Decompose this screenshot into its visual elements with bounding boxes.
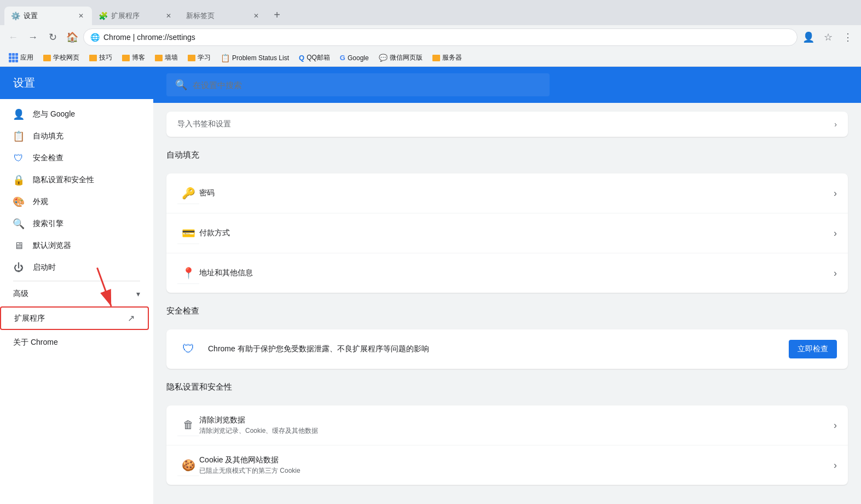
autofill-section: 自动填充 🔑 密码 › 💳 付款方式 <box>166 146 848 293</box>
bookmark-psl[interactable]: 📋 Problem Status List <box>216 53 293 63</box>
payment-chevron: › <box>834 228 837 239</box>
autofill-title: 自动填充 <box>166 146 848 165</box>
note-icon: 📋 <box>13 131 24 142</box>
newtab-tab-close[interactable]: ✕ <box>252 11 261 20</box>
sidebar-item-google[interactable]: 👤 您与 Google <box>0 103 147 125</box>
extensions-tab-close[interactable]: ✕ <box>164 11 173 20</box>
settings-tab-label: 设置 <box>24 11 38 21</box>
password-chevron: › <box>834 188 837 199</box>
bookmark-blog[interactable]: 博客 <box>118 52 149 63</box>
tab-extensions[interactable]: 🧩 扩展程序 ✕ <box>92 7 180 25</box>
search-icon: 🔍 <box>13 218 24 229</box>
search-input[interactable] <box>193 80 541 90</box>
folder-icon <box>155 55 163 61</box>
content-area: 导入书签和设置 › 自动填充 🔑 密码 › <box>153 112 861 504</box>
tab-newtab[interactable]: 新标签页 ✕ <box>180 7 267 25</box>
privacy-title: 隐私设置和安全性 <box>166 378 848 397</box>
sidebar-about-label: 关于 Chrome <box>13 338 58 347</box>
newtab-tab-label: 新标签页 <box>186 11 215 21</box>
bookmark-qq[interactable]: Q QQ邮箱 <box>294 52 334 63</box>
bookmark-study[interactable]: 学习 <box>183 52 215 63</box>
sidebar-browser-label: 默认浏览器 <box>33 241 71 251</box>
sidebar-item-about[interactable]: 关于 Chrome <box>0 332 147 353</box>
card-item-payment[interactable]: 💳 付款方式 › <box>166 213 848 253</box>
safety-card: 🛡 Chrome 有助于保护您免受数据泄露、不良扩展程序等问题的影响 立即检查 <box>166 329 848 369</box>
sidebar-autofill-label: 自动填充 <box>33 131 63 141</box>
trash-icon: 🗑 <box>177 414 199 436</box>
sidebar-item-privacy[interactable]: 🔒 隐私设置和安全性 <box>0 169 147 191</box>
address-favicon: 🌐 <box>90 33 99 42</box>
settings-tab-close[interactable]: ✕ <box>77 11 85 20</box>
folder-icon <box>122 55 130 61</box>
check-now-button[interactable]: 立即检查 <box>789 340 837 358</box>
tab-bar: ⚙️ 设置 ✕ 🧩 扩展程序 ✕ 新标签页 ✕ + <box>0 0 861 25</box>
sidebar-search-label: 搜索引擎 <box>33 219 63 229</box>
sidebar-item-appearance[interactable]: 🎨 外观 <box>0 191 147 213</box>
bookmark-wall-label: 墙墙 <box>165 53 178 62</box>
cookie-icon: 🍪 <box>177 454 199 476</box>
bookmark-server-label: 服务器 <box>442 53 462 62</box>
reload-button[interactable]: ↻ <box>44 28 61 46</box>
clear-data-label: 清除浏览数据 <box>199 415 834 425</box>
sidebar-item-autofill[interactable]: 📋 自动填充 <box>0 125 147 147</box>
address-bar[interactable]: 🌐 Chrome | chrome://settings <box>83 28 798 46</box>
clear-data-subtitle: 清除浏览记录、Cookie、缓存及其他数据 <box>199 426 834 436</box>
sidebar-advanced[interactable]: 高级 ▾ <box>0 283 153 304</box>
sidebar-item-extensions[interactable]: 扩展程序 ↗ <box>0 306 149 330</box>
apps-grid-icon <box>9 53 18 62</box>
cookie-label: Cookie 及其他网站数据 <box>199 455 834 465</box>
card-item-cookie[interactable]: 🍪 Cookie 及其他网站数据 已阻止无痕模式下的第三方 Cookie › <box>166 445 848 485</box>
folder-icon <box>432 55 440 61</box>
sidebar-item-startup[interactable]: ⏻ 启动时 <box>0 257 147 279</box>
sidebar-advanced-label: 高级 <box>13 289 28 299</box>
bookmark-server[interactable]: 服务器 <box>428 52 466 63</box>
clear-data-chevron: › <box>834 420 837 431</box>
address-label: 地址和其他信息 <box>199 268 834 278</box>
payment-text: 付款方式 <box>199 228 834 238</box>
sidebar-title: 设置 <box>13 77 35 89</box>
sidebar-privacy-label: 隐私设置和安全性 <box>33 175 94 185</box>
key-icon: 🔑 <box>177 182 199 204</box>
browser-chrome: ⚙️ 设置 ✕ 🧩 扩展程序 ✕ 新标签页 ✕ + ← → ↻ 🏠 🌐 Chro… <box>0 0 861 67</box>
forward-button[interactable]: → <box>24 28 42 46</box>
sidebar: 设置 👤 您与 Google 📋 自动填充 🛡 安全检查 🔒 隐私设置和安全性 … <box>0 67 153 504</box>
bookmark-tips-label: 技巧 <box>99 53 112 62</box>
bookmark-wall[interactable]: 墙墙 <box>151 52 182 63</box>
bookmark-wechat[interactable]: 💬 微信网页版 <box>374 52 427 63</box>
sidebar-item-safety[interactable]: 🛡 安全检查 <box>0 147 147 169</box>
bookmark-apps[interactable]: 应用 <box>4 52 38 63</box>
star-button[interactable]: ☆ <box>819 28 837 46</box>
profile-button[interactable]: 👤 <box>800 28 817 46</box>
search-container[interactable]: 🔍 <box>166 73 550 96</box>
search-icon: 🔍 <box>175 79 187 91</box>
bookmarks-bar: 应用 学校网页 技巧 博客 墙墙 学习 📋 Problem Status Lis… <box>0 49 861 67</box>
new-tab-button[interactable]: + <box>269 7 285 22</box>
menu-button[interactable]: ⋮ <box>839 28 857 46</box>
password-text: 密码 <box>199 188 834 198</box>
sidebar-startup-label: 启动时 <box>33 263 56 273</box>
card-item-address[interactable]: 📍 地址和其他信息 › <box>166 253 848 293</box>
tab-settings[interactable]: ⚙️ 设置 ✕ <box>4 7 92 25</box>
main-content: 🔍 导入书签和设置 › 自动填充 🔑 密码 <box>153 67 861 504</box>
safety-title: 安全检查 <box>166 302 848 321</box>
sidebar-item-browser[interactable]: 🖥 默认浏览器 <box>0 235 147 257</box>
home-button[interactable]: 🏠 <box>63 28 81 46</box>
card-item-password[interactable]: 🔑 密码 › <box>166 173 848 213</box>
browser-icon: 🖥 <box>13 240 24 251</box>
privacy-card: 🗑 清除浏览数据 清除浏览记录、Cookie、缓存及其他数据 › 🍪 Cooki… <box>166 405 848 485</box>
sidebar-header: 设置 <box>0 67 153 99</box>
import-card[interactable]: 导入书签和设置 › <box>166 112 848 137</box>
sidebar-item-search[interactable]: 🔍 搜索引擎 <box>0 213 147 235</box>
import-chevron: › <box>834 120 837 129</box>
bookmark-google[interactable]: G Google <box>336 53 373 63</box>
card-item-clear-data[interactable]: 🗑 清除浏览数据 清除浏览记录、Cookie、缓存及其他数据 › <box>166 405 848 445</box>
cookie-chevron: › <box>834 460 837 471</box>
bookmark-google-label: Google <box>348 54 369 62</box>
address-text: 地址和其他信息 <box>199 268 834 278</box>
password-label: 密码 <box>199 188 834 198</box>
bookmark-school[interactable]: 学校网页 <box>39 52 84 63</box>
cookie-subtitle: 已阻止无痕模式下的第三方 Cookie <box>199 466 834 476</box>
safety-shield-icon: 🛡 <box>177 338 199 360</box>
back-button[interactable]: ← <box>4 28 22 46</box>
bookmark-tips[interactable]: 技巧 <box>85 52 117 63</box>
